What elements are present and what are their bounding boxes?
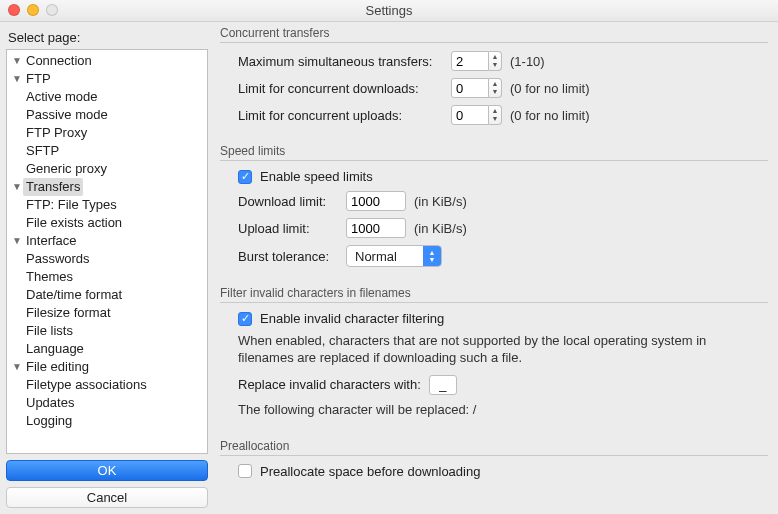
- tree-item-filesize-format[interactable]: Filesize format: [7, 304, 207, 322]
- stepper-arrows-icon[interactable]: ▲▼: [489, 78, 502, 98]
- section-preallocation: Preallocation Preallocate space before d…: [220, 439, 768, 494]
- concurrent-dl-hint: (0 for no limit): [510, 81, 589, 96]
- preallocate-checkbox[interactable]: [238, 464, 252, 478]
- concurrent-dl-stepper[interactable]: ▲▼: [451, 78, 502, 98]
- section-title: Preallocation: [220, 439, 768, 456]
- select-arrows-icon: ▲▼: [423, 246, 441, 266]
- tree-item-ftp[interactable]: ▼FTP: [7, 70, 207, 88]
- concurrent-dl-input[interactable]: [451, 78, 489, 98]
- tree-item-passive-mode[interactable]: Passive mode: [7, 106, 207, 124]
- tree-item-active-mode[interactable]: Active mode: [7, 88, 207, 106]
- download-limit-hint: (in KiB/s): [414, 194, 467, 209]
- chevron-down-icon: ▼: [11, 358, 23, 376]
- concurrent-dl-label: Limit for concurrent downloads:: [238, 81, 443, 96]
- tree-item-updates[interactable]: Updates: [7, 394, 207, 412]
- chevron-down-icon: ▼: [11, 232, 23, 250]
- section-title: Filter invalid characters in filenames: [220, 286, 768, 303]
- tree-item-language[interactable]: Language: [7, 340, 207, 358]
- preallocate-label: Preallocate space before downloading: [260, 464, 480, 479]
- cancel-button[interactable]: Cancel: [6, 487, 208, 508]
- titlebar: Settings: [0, 0, 778, 22]
- zoom-icon[interactable]: [46, 4, 58, 16]
- chevron-down-icon: ▼: [11, 70, 23, 88]
- enable-speed-limits-checkbox[interactable]: ✓: [238, 170, 252, 184]
- tree-item-connection[interactable]: ▼Connection: [7, 52, 207, 70]
- settings-content: Concurrent transfers Maximum simultaneou…: [212, 22, 778, 514]
- concurrent-ul-input[interactable]: [451, 105, 489, 125]
- enable-filter-label: Enable invalid character filtering: [260, 311, 444, 326]
- section-concurrent-transfers: Concurrent transfers Maximum simultaneou…: [220, 26, 768, 140]
- burst-tolerance-label: Burst tolerance:: [238, 249, 338, 264]
- replace-chars-label: Replace invalid characters with:: [238, 377, 421, 392]
- max-transfers-label: Maximum simultaneous transfers:: [238, 54, 443, 69]
- tree-item-sftp[interactable]: SFTP: [7, 142, 207, 160]
- tree-item-ftp-proxy[interactable]: FTP Proxy: [7, 124, 207, 142]
- stepper-arrows-icon[interactable]: ▲▼: [489, 51, 502, 71]
- tree-item-file-editing[interactable]: ▼File editing: [7, 358, 207, 376]
- tree-item-interface[interactable]: ▼Interface: [7, 232, 207, 250]
- tree-item-ftp-file-types[interactable]: FTP: File Types: [7, 196, 207, 214]
- section-filter-invalid-chars: Filter invalid characters in filenames ✓…: [220, 286, 768, 435]
- replace-chars-input[interactable]: [429, 375, 457, 395]
- section-title: Speed limits: [220, 144, 768, 161]
- tree-item-date-time-format[interactable]: Date/time format: [7, 286, 207, 304]
- tree-item-themes[interactable]: Themes: [7, 268, 207, 286]
- tree-item-file-exists-action[interactable]: File exists action: [7, 214, 207, 232]
- enable-speed-limits-label: Enable speed limits: [260, 169, 373, 184]
- enable-filter-checkbox[interactable]: ✓: [238, 312, 252, 326]
- download-limit-label: Download limit:: [238, 194, 338, 209]
- tree-item-file-lists[interactable]: File lists: [7, 322, 207, 340]
- minimize-icon[interactable]: [27, 4, 39, 16]
- upload-limit-hint: (in KiB/s): [414, 221, 467, 236]
- page-tree: ▼Connection ▼FTP Active mode Passive mod…: [6, 49, 208, 454]
- section-title: Concurrent transfers: [220, 26, 768, 43]
- tree-item-passwords[interactable]: Passwords: [7, 250, 207, 268]
- tree-item-logging[interactable]: Logging: [7, 412, 207, 430]
- concurrent-ul-stepper[interactable]: ▲▼: [451, 105, 502, 125]
- section-speed-limits: Speed limits ✓ Enable speed limits Downl…: [220, 144, 768, 282]
- concurrent-ul-hint: (0 for no limit): [510, 108, 589, 123]
- concurrent-ul-label: Limit for concurrent uploads:: [238, 108, 443, 123]
- ok-button[interactable]: OK: [6, 460, 208, 481]
- filter-description: When enabled, characters that are not su…: [238, 333, 764, 367]
- tree-item-transfers[interactable]: ▼Transfers: [7, 178, 207, 196]
- download-limit-input[interactable]: [346, 191, 406, 211]
- max-transfers-stepper[interactable]: ▲▼: [451, 51, 502, 71]
- upload-limit-input[interactable]: [346, 218, 406, 238]
- window-title: Settings: [366, 3, 413, 18]
- stepper-arrows-icon[interactable]: ▲▼: [489, 105, 502, 125]
- tree-item-filetype-associations[interactable]: Filetype associations: [7, 376, 207, 394]
- max-transfers-hint: (1-10): [510, 54, 545, 69]
- sidebar-heading: Select page:: [6, 28, 208, 49]
- close-icon[interactable]: [8, 4, 20, 16]
- burst-tolerance-select[interactable]: Normal ▲▼: [346, 245, 442, 267]
- sidebar: Select page: ▼Connection ▼FTP Active mod…: [0, 22, 212, 514]
- chevron-down-icon: ▼: [11, 52, 23, 70]
- chevron-down-icon: ▼: [11, 178, 23, 196]
- tree-item-generic-proxy[interactable]: Generic proxy: [7, 160, 207, 178]
- replaced-chars-note: The following character will be replaced…: [238, 402, 764, 419]
- max-transfers-input[interactable]: [451, 51, 489, 71]
- upload-limit-label: Upload limit:: [238, 221, 338, 236]
